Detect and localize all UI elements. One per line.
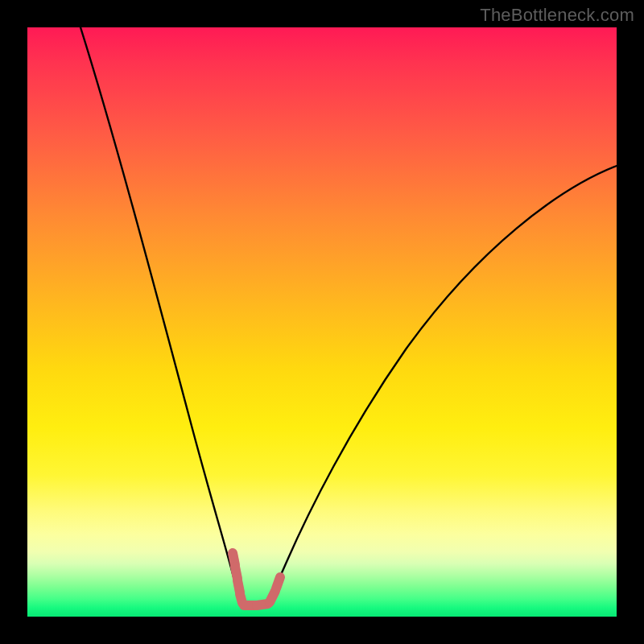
plot-area [27, 27, 617, 617]
watermark-text: TheBottleneck.com [480, 5, 634, 26]
chart-frame: TheBottleneck.com [0, 0, 644, 644]
curve-layer [27, 27, 617, 617]
bottleneck-curve-left [80, 27, 243, 605]
svg-line-7 [276, 577, 280, 588]
bottleneck-curve-right [266, 166, 617, 605]
marker-cluster [233, 553, 280, 605]
